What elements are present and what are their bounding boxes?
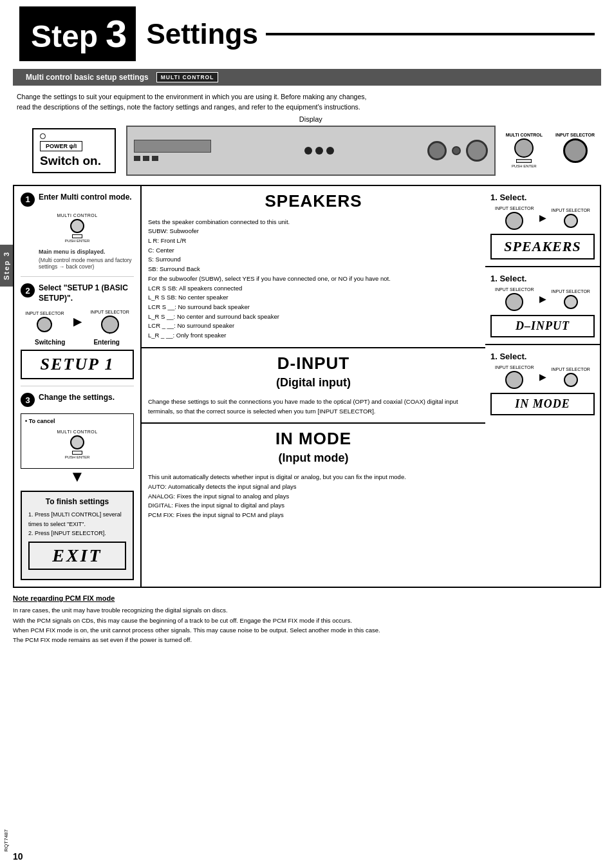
step-1-note-title: Main menu is displayed. (39, 248, 134, 256)
input-selector-knob-right (563, 138, 588, 163)
sel-knob-right-1 (564, 214, 578, 228)
step-2-title: Select "SETUP 1 (BASIC SETUP)". (39, 283, 134, 303)
device-knob-center (452, 146, 461, 155)
settings-column: SPEAKERS Sets the speaker combination co… (142, 185, 485, 589)
section-title-bar: Multi control basic setup settings MULTI… (13, 69, 601, 86)
in-mode-select: 1. Select. INPUT SELECTOR ▶ INPUT SELECT… (485, 345, 600, 422)
to-cancel-push-enter: PUSH ENTER (65, 455, 90, 459)
to-cancel-mc-label: MULTI CONTROL (57, 429, 97, 434)
to-cancel-mc-knob (70, 435, 84, 449)
d-input-section: D-INPUT (Digital input) Change these set… (142, 348, 485, 424)
input-sel-label-5: INPUT SELECTOR (495, 365, 534, 370)
speakers-line-8: L_R S SB: No center speaker (148, 293, 479, 303)
step-number: 3 (103, 10, 129, 58)
note-title: Note regarding PCM FIX mode (13, 594, 601, 602)
setup-display: SETUP 1 (21, 350, 134, 379)
power-indicator (40, 133, 46, 139)
entering-is-label: INPUT SELECTOR (90, 310, 129, 314)
to-cancel-title: • To cancel (25, 418, 129, 424)
device-dots-area (304, 147, 334, 155)
switch-on-label: Switch on. (40, 154, 108, 168)
d-input-select-label: 1. Select. (490, 274, 526, 283)
push-enter-label: PUSH ENTER (512, 164, 537, 168)
in-mode-title: IN MODE (142, 424, 485, 451)
mc-label: MULTI CONTROL (57, 213, 97, 218)
entering-knob: ▼ (101, 316, 119, 334)
sel-knob-left-1 (505, 212, 523, 230)
speakers-line-7: LCR S SB: All speakers connected (148, 284, 479, 294)
speakers-line-5: SB: Surround Back (148, 265, 479, 274)
speakers-line-9: LCR S __: No surround back speaker (148, 303, 479, 312)
switching-knob (37, 317, 52, 332)
switching-group: INPUT SELECTOR (25, 311, 64, 332)
to-cancel-mc-icon: MULTI CONTROL PUSH ENTER (25, 429, 129, 459)
in-mode-line-4: PCM FIX: Fixes the input signal to PCM a… (148, 511, 479, 520)
in-mode-line-3: DIGITAL: Fixes the input signal to digit… (148, 501, 479, 511)
sel-arrow-2: ▶ (539, 294, 546, 304)
device-left-controls (134, 140, 211, 161)
switching-is-label: INPUT SELECTOR (25, 311, 64, 316)
note-p3: The PCM FIX mode remains as set even if … (13, 635, 601, 645)
d-input-select: 1. Select. INPUT SELECTOR ▶ INPUT SELECT… (485, 267, 600, 345)
section-bar-title: Multi control basic setup settings (26, 73, 149, 82)
note-p0: In rare cases, the unit may have trouble… (13, 605, 601, 615)
note-p2: When PCM FIX mode is on, the unit cannot… (13, 625, 601, 635)
sel-knob-right-3 (564, 373, 578, 387)
device-body (126, 126, 496, 176)
power-button[interactable]: POWER ψ/I (40, 141, 82, 151)
finish-title: To finish settings (28, 497, 126, 506)
note-section: Note regarding PCM FIX mode In rare case… (0, 588, 614, 651)
main-content: 1 Enter Multi control mode. MULTI CONTRO… (0, 185, 614, 589)
step-2: 2 Select "SETUP 1 (BASIC SETUP)". (21, 283, 134, 303)
device-diagram: POWER ψ/I Switch on. Display (0, 119, 614, 185)
step-1-title: Enter Multi control mode. (39, 193, 132, 203)
in-mode-line-1: AUTO: Automatically detects the input si… (148, 482, 479, 492)
switching-label: Switching (35, 339, 65, 346)
step-1-mc-icon: MULTI CONTROL PUSH ENTER (21, 213, 134, 243)
arrow-down-icon: ▼ (21, 469, 134, 484)
entering-group: INPUT SELECTOR ▼ (90, 310, 129, 334)
arrow-icon: ▶ (73, 316, 81, 328)
display-label: Display (299, 115, 322, 123)
d-input-display-word: D–INPUT (490, 315, 595, 337)
in-mode-line-2: ANALOG: Fixes the input signal to analog… (148, 492, 479, 502)
note-p1: With the PCM signals on CDs, this may ca… (13, 616, 601, 625)
speakers-select-knobs: INPUT SELECTOR ▶ INPUT SELECTOR (495, 206, 590, 230)
mc-knob-icon (70, 219, 84, 233)
d-input-title: D-INPUT (142, 348, 485, 376)
step-3-circle: 3 (21, 393, 35, 407)
mc-knob-right (514, 138, 534, 158)
input-sel-label-1: INPUT SELECTOR (495, 206, 534, 211)
entering-label: Entering (93, 339, 120, 346)
sel-knob-left-2 (505, 293, 523, 311)
device-knob-right (466, 140, 488, 162)
step-1: 1 Enter Multi control mode. (21, 193, 134, 207)
speakers-display-word: SPEAKERS (490, 234, 595, 259)
device-right-knobs (427, 140, 488, 162)
step-word: Step (26, 17, 103, 56)
in-mode-body: This unit automatically detects whether … (142, 469, 485, 527)
sel-knob-left-3 (505, 371, 523, 389)
speakers-line-3: C: Center (148, 246, 479, 256)
step-1-note: (Multi control mode menus and factory se… (39, 257, 134, 270)
sel-knob-right-2 (564, 295, 578, 309)
finish-step-2: 2. Press [INPUT SELECTOR]. (28, 529, 126, 538)
in-mode-section: IN MODE (Input mode) This unit automatic… (142, 424, 485, 527)
speakers-line-11: LCR _ __: No surround speaker (148, 321, 479, 331)
d-input-subtitle: (Digital input) (142, 376, 485, 393)
exit-display: EXIT (28, 542, 126, 570)
in-mode-select-label: 1. Select. (490, 352, 526, 361)
step-3: 3 Change the settings. (21, 393, 134, 407)
step-3-title: Change the settings. (39, 393, 115, 403)
speakers-select: 1. Select. INPUT SELECTOR ▶ INPUT SELECT… (485, 186, 600, 267)
speakers-title: SPEAKERS (142, 186, 485, 214)
step-label: Step3 (19, 6, 136, 61)
finish-step-1: 1. Press [MULTI CONTROL] several times t… (28, 510, 126, 529)
left-panel: POWER ψ/I Switch on. (32, 128, 116, 173)
device-knob-left (427, 141, 447, 160)
finish-steps: 1. Press [MULTI CONTROL] several times t… (28, 510, 126, 538)
speakers-line-2: L R: Front L/R (148, 236, 479, 246)
input-sel-label-4: INPUT SELECTOR (552, 289, 590, 294)
speakers-line-1: SUBW: Subwoofer (148, 227, 479, 236)
in-mode-select-knobs: INPUT SELECTOR ▶ INPUT SELECTOR (495, 365, 590, 389)
